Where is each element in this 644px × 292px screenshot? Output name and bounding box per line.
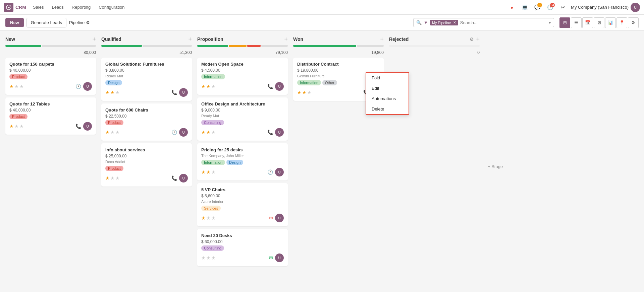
stars[interactable]: ★ ★ ★ <box>201 169 216 175</box>
map-view-btn[interactable]: 📍 <box>616 17 627 28</box>
company-name: My Company (San Francisco) <box>571 5 629 10</box>
col-new-add[interactable]: + <box>92 36 96 42</box>
col-qualified-add[interactable]: + <box>188 36 192 42</box>
col-new-header: New + <box>5 36 96 42</box>
col-qualified-header: Qualified + <box>101 36 192 42</box>
card-title: Info about services <box>105 147 188 152</box>
card-title: Distributor Contract <box>297 62 380 67</box>
card-5-vp-chairs[interactable]: 5 VP Chairs $ 5,600.00 Azure Interior Se… <box>197 183 288 226</box>
context-menu-delete[interactable]: Delete <box>366 104 409 114</box>
card-company: Azure Interior <box>201 200 284 204</box>
card-quote-600-chairs[interactable]: Quote for 600 Chairs $ 22,500.00 Product… <box>101 103 192 141</box>
circle-status-icon[interactable]: ● <box>507 3 517 12</box>
star-2: ★ <box>14 84 19 89</box>
card-title: 5 VP Chairs <box>201 187 284 192</box>
card-company: The Kompany, John Miller <box>201 154 284 158</box>
stars[interactable]: ★ ★ ★ <box>201 215 216 221</box>
star-1: ★ <box>9 124 14 129</box>
generate-leads-button[interactable]: Generate Leads <box>26 18 66 27</box>
card-tags: Product <box>9 74 92 79</box>
search-input[interactable] <box>460 20 547 25</box>
settings-icon[interactable]: ✂ <box>558 3 568 12</box>
col-rejected-gear[interactable]: ⚙ <box>470 36 474 42</box>
search-dropdown-icon[interactable]: ▾ <box>549 20 551 25</box>
card-pricing-25-desks[interactable]: Pricing for 25 desks The Kompany, John M… <box>197 143 288 180</box>
list-view-btn[interactable]: ☰ <box>571 17 582 28</box>
new-button[interactable]: New <box>5 18 24 27</box>
card-amount: $ 22,500.00 <box>105 114 188 119</box>
chat-icon[interactable]: 💬 3 <box>533 3 542 12</box>
email-icon: ✉ <box>269 255 273 261</box>
card-icons: ✉ U <box>269 253 284 262</box>
card-tags: Consulting <box>201 245 284 251</box>
stars[interactable]: ★ ★ ★ <box>297 90 312 95</box>
phone-icon: 📞 <box>267 130 273 135</box>
tag-product: Product <box>105 120 123 125</box>
stars[interactable]: ★ ★ ★ <box>201 130 216 135</box>
calendar-view-btn[interactable]: 📅 <box>582 17 593 28</box>
filter-icon: ▼ <box>424 20 428 25</box>
nav-reporting[interactable]: Reporting <box>70 5 92 10</box>
company-selector[interactable]: My Company (San Francisco) U <box>571 3 640 12</box>
add-stage-button[interactable]: + Stage <box>485 46 505 287</box>
card-quote-150-carpets[interactable]: Quote for 150 carpets $ 40,000.00 Produc… <box>5 58 96 95</box>
nav-leads[interactable]: Leads <box>50 5 65 10</box>
col-proposition-add[interactable]: + <box>284 36 288 42</box>
star-1: ★ <box>201 130 206 135</box>
tag-consulting: Consulting <box>201 120 224 125</box>
settings-view-btn[interactable]: ⚙ <box>628 17 639 28</box>
nav-configuration[interactable]: Configuration <box>97 5 126 10</box>
col-qualified-amount: 51,300 <box>101 50 192 55</box>
stars[interactable]: ★ ★ ★ <box>105 175 120 181</box>
clock-icon: 🕐 <box>171 130 177 135</box>
stars[interactable]: ★ ★ ★ <box>201 255 216 261</box>
context-menu-automations[interactable]: Automations <box>366 93 409 104</box>
filter-tag-close[interactable]: ✕ <box>453 20 456 25</box>
col-rejected-header: Rejected ⚙ + <box>389 36 480 42</box>
star-3: ★ <box>19 124 24 129</box>
col-won-add[interactable]: + <box>380 36 384 42</box>
chat-badge: 3 <box>537 3 542 7</box>
stars[interactable]: ★ ★ ★ <box>201 84 216 89</box>
card-need-20-desks[interactable]: Need 20 Desks $ 60,000.00 Consulting ★ ★… <box>197 229 288 266</box>
stars[interactable]: ★ ★ ★ <box>105 130 120 135</box>
filter-tag[interactable]: My Pipeline ✕ <box>430 20 458 25</box>
col-won-amount: 19,800 <box>293 50 384 55</box>
card-modern-open-space[interactable]: Modern Open Space $ 4,500.00 Information… <box>197 58 288 95</box>
card-info-services[interactable]: Info about services $ 25,000.00 Deco Add… <box>101 143 192 187</box>
monitor-icon[interactable]: 💻 <box>520 3 529 12</box>
col-qualified-progress <box>101 45 192 47</box>
card-amount: $ 4,500.00 <box>201 68 284 73</box>
card-avatar: U <box>275 168 284 176</box>
stars[interactable]: ★ ★ ★ <box>9 84 24 89</box>
star-2: ★ <box>302 90 307 95</box>
star-3: ★ <box>115 130 120 135</box>
tag-other: Other <box>322 80 337 85</box>
card-avatar: U <box>83 82 92 91</box>
card-company: Ready Mat <box>201 114 284 118</box>
col-rejected-progress <box>389 45 480 47</box>
nav-sales[interactable]: Sales <box>32 5 45 10</box>
card-tags: Information Design <box>201 160 284 165</box>
card-quote-12-tables[interactable]: Quote for 12 Tables $ 40,000.00 Product … <box>5 97 96 135</box>
graph-view-btn[interactable]: 📊 <box>605 17 616 28</box>
card-icons: 📞 U <box>171 88 188 97</box>
pipeline-button[interactable]: Pipeline ⚙ <box>69 20 90 25</box>
app-logo[interactable]: CRM <box>4 3 26 12</box>
col-rejected-add[interactable]: + <box>476 36 480 42</box>
stars[interactable]: ★ ★ ★ <box>105 90 120 95</box>
card-icons: 📞 U <box>171 174 188 182</box>
card-global-solutions[interactable]: Global Solutions: Furnitures $ 3,800.00 … <box>101 58 192 101</box>
progress-seg-2 <box>143 45 192 47</box>
col-proposition-title: Proposition <box>197 36 223 42</box>
context-menu-edit[interactable]: Edit <box>366 83 409 93</box>
kanban-view-btn[interactable]: ⊞ <box>559 17 570 28</box>
card-footer: ★ ★ ★ 📞 U <box>105 174 188 182</box>
pivot-view-btn[interactable]: ⊠ <box>594 17 604 28</box>
card-title: Quote for 150 carpets <box>9 62 92 67</box>
card-office-design[interactable]: Office Design and Architecture $ 9,000.0… <box>197 97 288 141</box>
stars[interactable]: ★ ★ ★ <box>9 124 24 129</box>
context-menu-fold[interactable]: Fold <box>366 73 409 83</box>
card-tags: Product <box>9 114 92 119</box>
clock-icon[interactable]: 🕐 34 <box>545 3 555 12</box>
